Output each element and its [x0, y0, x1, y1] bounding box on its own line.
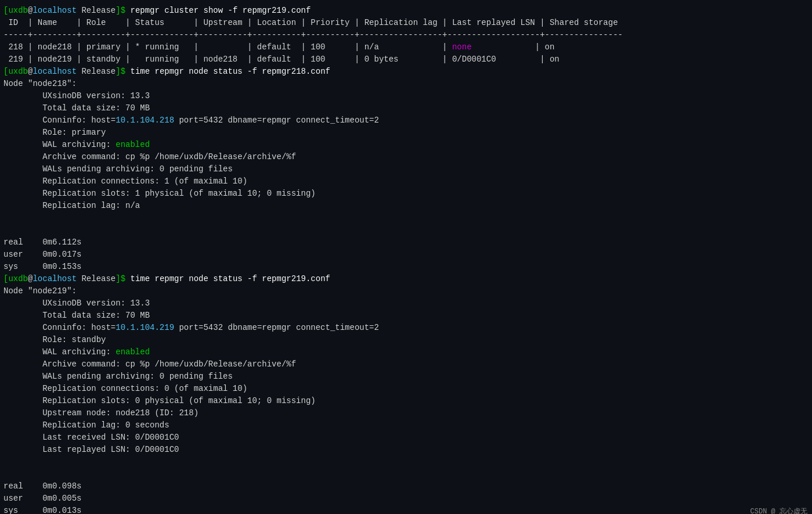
terminal-line-table-sep: -----+---------+---------+-------------+… — [2, 29, 810, 41]
terminal-line-n219-wals-pending: WALs pending archiving: 0 pending files — [2, 371, 810, 383]
terminal-line-node218-label: Node "node218": — [2, 78, 810, 90]
terminal-line-cmd3: [uxdb@localhost Release]$ time repmgr no… — [2, 273, 810, 285]
terminal-line-table-header: ID | Name | Role | Status | Upstream | L… — [2, 17, 810, 29]
terminal-line-user1: user 0m0.017s — [2, 249, 810, 261]
terminal-line-blank4 — [2, 468, 810, 480]
terminal-line-blank1 — [2, 212, 810, 224]
terminal-line-n218-version: UXsinoDB version: 13.3 — [2, 90, 810, 102]
terminal-line-n219-datasize: Total data size: 70 MB — [2, 310, 810, 322]
terminal-line-n219-conninfo: Conninfo: host=10.1.104.219 port=5432 db… — [2, 322, 810, 334]
terminal-line-n219-role: Role: standby — [2, 334, 810, 346]
terminal-line-real1: real 0m6.112s — [2, 236, 810, 249]
terminal[interactable]: [uxdb@localhost Release]$ repmgr cluster… — [0, 0, 812, 514]
terminal-line-n218-repl-lag: Replication lag: n/a — [2, 200, 810, 212]
terminal-line-n219-upstream: Upstream node: node218 (ID: 218) — [2, 407, 810, 419]
terminal-line-n219-wal: WAL archiving: enabled — [2, 346, 810, 358]
terminal-line-n218-repl-slots: Replication slots: 1 physical (of maxima… — [2, 188, 810, 200]
terminal-line-n218-wals-pending: WALs pending archiving: 0 pending files — [2, 163, 810, 175]
terminal-line-n219-archive-cmd: Archive command: cp %p /home/uxdb/Releas… — [2, 358, 810, 371]
watermark: CSDN @ 忘心虚无 — [750, 506, 807, 514]
terminal-line-n218-wal: WAL archiving: enabled — [2, 139, 810, 151]
terminal-line-n218-role: Role: primary — [2, 127, 810, 139]
terminal-line-n219-repl-conn: Replication connections: 0 (of maximal 1… — [2, 383, 810, 395]
terminal-line-blank3 — [2, 456, 810, 468]
terminal-line-n218-datasize: Total data size: 70 MB — [2, 102, 810, 114]
terminal-line-cmd1: [uxdb@localhost Release]$ repmgr cluster… — [2, 5, 810, 17]
terminal-line-n219-last-rep: Last replayed LSN: 0/D0001C0 — [2, 444, 810, 456]
terminal-line-user2: user 0m0.005s — [2, 493, 810, 505]
terminal-line-cmd2: [uxdb@localhost Release]$ time repmgr no… — [2, 66, 810, 78]
terminal-line-n218-repl-conn: Replication connections: 1 (of maximal 1… — [2, 175, 810, 188]
terminal-line-n219-repl-lag: Replication lag: 0 seconds — [2, 419, 810, 432]
terminal-line-n218-archive-cmd: Archive command: cp %p /home/uxdb/Releas… — [2, 151, 810, 163]
terminal-line-sys2: sys 0m0.013s — [2, 505, 810, 514]
terminal-line-n219-repl-slots: Replication slots: 0 physical (of maxima… — [2, 395, 810, 407]
terminal-line-table-row1: 218 | node218 | primary | * running | | … — [2, 41, 810, 53]
terminal-line-n218-conninfo: Conninfo: host=10.1.104.218 port=5432 db… — [2, 114, 810, 127]
terminal-line-sys1: sys 0m0.153s — [2, 261, 810, 273]
terminal-line-real2: real 0m0.098s — [2, 480, 810, 493]
terminal-line-table-row2: 219 | node219 | standby | running | node… — [2, 53, 810, 66]
terminal-line-n219-last-rcv: Last received LSN: 0/D0001C0 — [2, 432, 810, 444]
terminal-line-n219-version: UXsinoDB version: 13.3 — [2, 297, 810, 310]
terminal-line-blank2 — [2, 224, 810, 236]
terminal-line-node219-label: Node "node219": — [2, 285, 810, 297]
